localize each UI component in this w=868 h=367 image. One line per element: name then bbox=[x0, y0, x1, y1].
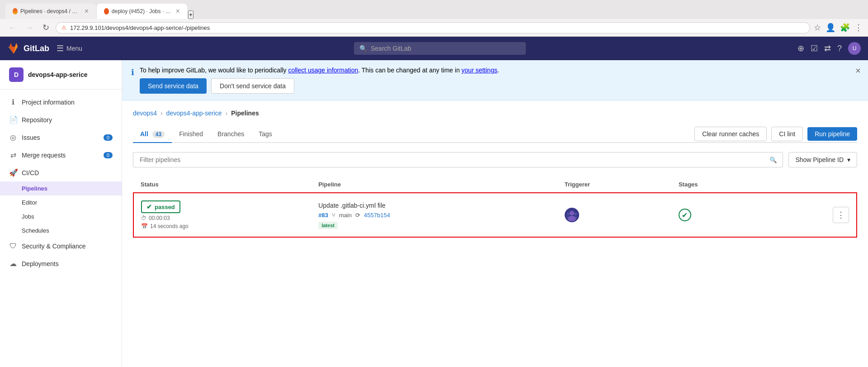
sidebar-item-cicd[interactable]: 🚀 CI/CD bbox=[0, 164, 122, 181]
svg-point-6 bbox=[574, 216, 577, 219]
search-icon: 🔍 bbox=[359, 45, 367, 52]
tab-all-label: All bbox=[140, 130, 148, 138]
back-button[interactable]: ← bbox=[5, 22, 19, 33]
status-label: passed bbox=[155, 204, 175, 210]
pipelines-tab[interactable]: Pipelines · devops4 / devops4 · × bbox=[5, 4, 96, 19]
search-placeholder: Search GitLab bbox=[371, 45, 411, 52]
row-more-actions-button[interactable]: ⋮ bbox=[833, 207, 849, 223]
send-service-data-button[interactable]: Send service data bbox=[140, 78, 207, 94]
sidebar-sub-pipelines[interactable]: Pipelines bbox=[0, 181, 122, 195]
banner-text-before: To help improve GitLab, we would like to… bbox=[140, 67, 288, 74]
user-avatar[interactable]: U bbox=[848, 42, 861, 55]
repository-icon: 📄 bbox=[9, 115, 17, 124]
svg-point-1 bbox=[570, 211, 574, 215]
commit-hash-link[interactable]: 4557b154 bbox=[364, 212, 390, 219]
create-icon[interactable]: ⊕ bbox=[797, 43, 804, 53]
tab-title-active: deploy (#452) · Jobs · devops4 · bbox=[112, 8, 171, 14]
sidebar-label-deployments: Deployments bbox=[22, 260, 59, 267]
banner-close-button[interactable]: × bbox=[855, 66, 861, 76]
pipeline-meta: #83 ⑂ main ⟳ 4557b154 bbox=[318, 212, 550, 219]
row-status-cell: ✔ passed ⏱ 00:00:03 📅 1 bbox=[133, 193, 311, 237]
tab-close-icon[interactable]: × bbox=[85, 7, 89, 15]
extension-icon[interactable]: 🧩 bbox=[840, 23, 850, 33]
forward-button[interactable]: → bbox=[23, 22, 36, 33]
pipeline-duration: ⏱ 00:00:03 bbox=[141, 215, 304, 221]
sidebar-label-security: Security & Compliance bbox=[22, 243, 86, 250]
gitlab-logo-icon bbox=[7, 42, 20, 55]
tab-branches[interactable]: Branches bbox=[210, 126, 251, 143]
sidebar-item-merge-requests[interactable]: ⇄ Merge requests 0 bbox=[0, 146, 122, 164]
sidebar-sub-schedules[interactable]: Schedules bbox=[0, 224, 122, 238]
breadcrumb-devops4[interactable]: devops4 bbox=[133, 110, 157, 117]
sidebar-label-project-info: Project information bbox=[22, 99, 75, 106]
commit-icon: ⟳ bbox=[355, 212, 360, 219]
reload-button[interactable]: ↻ bbox=[40, 22, 52, 33]
hamburger-icon: ☰ bbox=[57, 43, 64, 53]
profile-icon[interactable]: 👤 bbox=[826, 23, 835, 33]
project-info-icon: ℹ bbox=[9, 98, 17, 106]
tab-branches-label: Branches bbox=[217, 130, 244, 138]
filter-pipelines-input[interactable] bbox=[133, 152, 764, 167]
banner-text-middle: . This can be changed at any time in bbox=[358, 67, 462, 74]
new-tab-button[interactable]: + bbox=[188, 10, 193, 19]
breadcrumb: devops4 › devops4-app-serice › Pipelines bbox=[133, 110, 857, 117]
ci-lint-button[interactable]: CI lint bbox=[771, 127, 803, 141]
time-ago-value: 14 seconds ago bbox=[150, 223, 189, 229]
gitlab-logo[interactable]: GitLab bbox=[7, 42, 49, 55]
clear-runner-caches-button[interactable]: Clear runner caches bbox=[694, 127, 767, 141]
sidebar-item-project-information[interactable]: ℹ Project information bbox=[0, 93, 122, 111]
banner-message: To help improve GitLab, we would like to… bbox=[140, 67, 499, 94]
collect-usage-link[interactable]: collect usage information bbox=[288, 67, 358, 74]
banner-text-end: . bbox=[497, 67, 499, 74]
project-avatar: D bbox=[9, 67, 24, 82]
merge-request-icon[interactable]: ⇄ bbox=[824, 43, 831, 53]
sidebar-item-repository[interactable]: 📄 Repository bbox=[0, 111, 122, 129]
row-stages-cell: ✔ bbox=[671, 193, 768, 237]
sidebar-item-issues[interactable]: ◎ Issues 0 bbox=[0, 129, 122, 146]
address-bar[interactable]: ⚠ 172.29.9.101/devops4/devops4-app-seric… bbox=[56, 22, 810, 33]
todo-icon[interactable]: ☑ bbox=[811, 43, 818, 53]
sidebar-item-deployments[interactable]: ☁ Deployments bbox=[0, 255, 122, 272]
menu-button[interactable]: ☰ Menu bbox=[57, 43, 82, 53]
tab-all[interactable]: All 43 bbox=[133, 126, 172, 143]
tab-all-count: 43 bbox=[152, 131, 165, 138]
sidebar-item-security-compliance[interactable]: 🛡 Security & Compliance bbox=[0, 238, 122, 255]
top-navigation: GitLab ☰ Menu 🔍 Search GitLab ⊕ ☑ ⇄ ? U bbox=[0, 37, 868, 60]
search-bar[interactable]: 🔍 Search GitLab bbox=[354, 42, 526, 55]
sidebar-sub-editor[interactable]: Editor bbox=[0, 195, 122, 210]
filter-bar: 🔍 Show Pipeline ID ▾ bbox=[133, 152, 857, 167]
breadcrumb-app-serice[interactable]: devops4-app-serice bbox=[166, 110, 222, 117]
col-triggerer: Triggerer bbox=[557, 176, 671, 193]
help-icon[interactable]: ? bbox=[837, 44, 842, 53]
pipeline-number-link[interactable]: #83 bbox=[318, 212, 328, 219]
security-compliance-icon: 🛡 bbox=[9, 242, 17, 250]
tab-tags-label: Tags bbox=[259, 130, 272, 138]
active-tab-close-icon[interactable]: × bbox=[176, 7, 180, 15]
show-pipeline-id-dropdown[interactable]: Show Pipeline ID ▾ bbox=[788, 152, 857, 167]
project-header[interactable]: D devops4-app-serice bbox=[0, 60, 122, 90]
filter-search-button[interactable]: 🔍 bbox=[764, 152, 783, 167]
tab-finished-label: Finished bbox=[179, 130, 203, 138]
sidebar-sub-jobs[interactable]: Jobs bbox=[0, 210, 122, 224]
pipeline-time-ago: 📅 14 seconds ago bbox=[141, 223, 304, 229]
col-stages: Stages bbox=[671, 176, 768, 193]
merge-requests-icon: ⇄ bbox=[9, 151, 17, 159]
bookmark-icon[interactable]: ☆ bbox=[814, 23, 821, 33]
project-name: devops4-app-serice bbox=[28, 71, 88, 78]
main-content: ℹ To help improve GitLab, we would like … bbox=[122, 60, 868, 367]
more-options-icon[interactable]: ⋮ bbox=[854, 23, 863, 33]
check-icon: ✔ bbox=[146, 203, 152, 210]
tab-finished[interactable]: Finished bbox=[172, 126, 210, 143]
gitlab-wordmark: GitLab bbox=[24, 44, 49, 53]
tab-tags[interactable]: Tags bbox=[251, 126, 279, 143]
dont-send-service-data-button[interactable]: Don't send service data bbox=[211, 78, 294, 94]
pipeline-title: Update .gitlab-ci.yml file bbox=[318, 202, 550, 209]
svg-point-4 bbox=[574, 213, 577, 215]
run-pipeline-button[interactable]: Run pipeline bbox=[807, 127, 857, 141]
menu-label: Menu bbox=[66, 45, 82, 52]
your-settings-link[interactable]: your settings bbox=[462, 67, 497, 74]
deploy-tab[interactable]: deploy (#452) · Jobs · devops4 · × bbox=[97, 4, 187, 19]
status-badge: ✔ passed bbox=[141, 200, 180, 213]
sidebar-label-repository: Repository bbox=[22, 116, 52, 124]
triggerer-avatar bbox=[565, 208, 579, 222]
